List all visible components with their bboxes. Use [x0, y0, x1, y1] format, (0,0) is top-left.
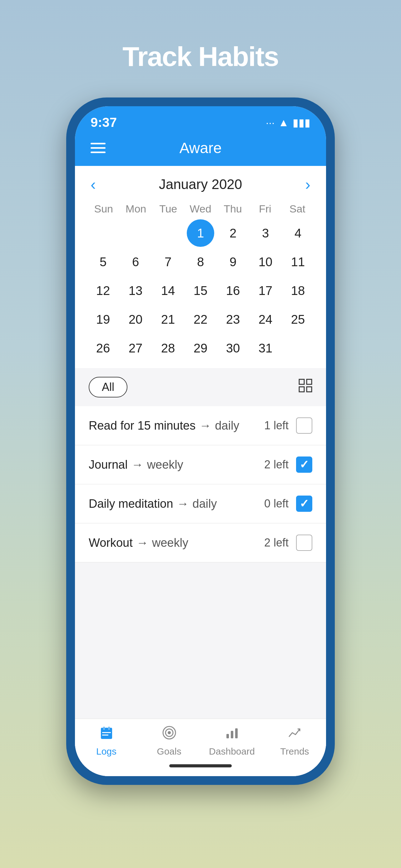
- hamburger-line-3: [91, 152, 106, 153]
- habit-item-meditation: Daily meditation → daily 0 left: [75, 484, 326, 523]
- habit-checkbox-read[interactable]: [296, 417, 312, 434]
- day-empty: [153, 219, 183, 247]
- day-29[interactable]: 29: [185, 334, 216, 362]
- habit-name-workout: Workout: [89, 536, 133, 550]
- habit-name-journal: Journal: [89, 458, 128, 471]
- day-10[interactable]: 10: [250, 248, 281, 276]
- day-11[interactable]: 11: [282, 248, 313, 276]
- tab-dashboard[interactable]: Dashboard: [201, 725, 263, 757]
- day-4[interactable]: 4: [282, 219, 313, 247]
- calendar-month-year: January 2020: [159, 177, 242, 192]
- habit-checkbox-journal[interactable]: [296, 457, 312, 473]
- dashboard-label: Dashboard: [209, 746, 255, 757]
- day-empty: [88, 219, 119, 247]
- dashboard-icon: [225, 725, 239, 744]
- calendar-header: ‹ January 2020 ›: [88, 175, 313, 193]
- day-30[interactable]: 30: [218, 334, 248, 362]
- habit-right-workout: 2 left: [264, 535, 312, 551]
- svg-rect-6: [108, 726, 110, 730]
- habit-freq-meditation: daily: [192, 497, 217, 510]
- day-12[interactable]: 12: [88, 277, 119, 304]
- day-27[interactable]: 27: [120, 334, 151, 362]
- day-14[interactable]: 14: [153, 277, 183, 304]
- day-header-sun: Sun: [88, 203, 120, 215]
- day-22[interactable]: 22: [185, 306, 216, 333]
- day-31[interactable]: 31: [250, 334, 281, 362]
- habit-name-row-read: Read for 15 minutes → daily: [89, 419, 239, 432]
- day-6[interactable]: 6: [120, 248, 151, 276]
- day-2[interactable]: 2: [218, 219, 248, 247]
- habit-name-row-workout: Workout → weekly: [89, 536, 188, 550]
- day-5[interactable]: 5: [88, 248, 119, 276]
- day-9[interactable]: 9: [218, 248, 248, 276]
- svg-rect-2: [299, 387, 304, 392]
- habit-arrow-journal: →: [132, 458, 143, 471]
- day-25[interactable]: 25: [282, 306, 313, 333]
- habit-checkbox-meditation[interactable]: [296, 496, 312, 512]
- habit-right-meditation: 0 left: [264, 496, 312, 512]
- day-24[interactable]: 24: [250, 306, 281, 333]
- hamburger-line-1: [91, 143, 106, 144]
- day-23[interactable]: 23: [218, 306, 248, 333]
- habit-name-meditation: Daily meditation: [89, 497, 173, 510]
- phone-frame: 9:37 ··· ▲ ▮▮▮ Aware ‹ January 2020 ›: [66, 97, 335, 785]
- day-headers: Sun Mon Tue Wed Thu Fri Sat: [88, 203, 313, 215]
- status-bar: 9:37 ··· ▲ ▮▮▮: [75, 106, 326, 135]
- tab-goals[interactable]: Goals: [138, 725, 201, 757]
- calendar-section: ‹ January 2020 › Sun Mon Tue Wed Thu Fri…: [75, 166, 326, 368]
- all-filter-button[interactable]: All: [89, 377, 127, 398]
- habit-checkbox-workout[interactable]: [296, 535, 312, 551]
- day-18[interactable]: 18: [282, 277, 313, 304]
- logs-icon: [99, 725, 114, 744]
- day-21[interactable]: 21: [153, 306, 183, 333]
- day-header-wed: Wed: [184, 203, 216, 215]
- day-3[interactable]: 3: [250, 219, 281, 247]
- day-19[interactable]: 19: [88, 306, 119, 333]
- habit-item-read: Read for 15 minutes → daily 1 left: [75, 406, 326, 445]
- habit-arrow-meditation: →: [177, 497, 189, 510]
- day-13[interactable]: 13: [120, 277, 151, 304]
- day-7[interactable]: 7: [153, 248, 183, 276]
- habit-name-row-meditation: Daily meditation → daily: [89, 497, 217, 510]
- day-header-tue: Tue: [152, 203, 184, 215]
- trends-label: Trends: [280, 746, 309, 757]
- trends-icon: [287, 725, 302, 744]
- svg-rect-1: [307, 379, 312, 384]
- day-empty: [282, 334, 313, 362]
- hamburger-button[interactable]: [91, 143, 106, 153]
- nav-bar: Aware: [75, 135, 326, 166]
- day-header-fri: Fri: [249, 203, 281, 215]
- tab-logs[interactable]: Logs: [75, 725, 138, 757]
- svg-rect-4: [101, 728, 112, 739]
- day-26[interactable]: 26: [88, 334, 119, 362]
- tab-trends[interactable]: Trends: [263, 725, 326, 757]
- habits-section: All Read for 15 minutes → da: [75, 368, 326, 776]
- status-time: 9:37: [91, 115, 117, 130]
- next-month-button[interactable]: ›: [302, 175, 313, 193]
- day-header-mon: Mon: [120, 203, 152, 215]
- day-28[interactable]: 28: [153, 334, 183, 362]
- habit-freq-journal: weekly: [147, 458, 183, 471]
- svg-rect-0: [299, 379, 304, 384]
- svg-rect-8: [102, 735, 108, 736]
- day-20[interactable]: 20: [120, 306, 151, 333]
- prev-month-button[interactable]: ‹: [88, 175, 99, 193]
- habits-toolbar: All: [75, 368, 326, 406]
- svg-point-11: [168, 731, 171, 734]
- status-icons: ··· ▲ ▮▮▮: [266, 116, 310, 129]
- day-15[interactable]: 15: [185, 277, 216, 304]
- habit-arrow-read: →: [199, 419, 211, 432]
- svg-rect-14: [235, 728, 238, 738]
- day-header-thu: Thu: [217, 203, 249, 215]
- day-empty: [120, 219, 151, 247]
- day-17[interactable]: 17: [250, 277, 281, 304]
- signal-icon: ···: [266, 117, 274, 129]
- day-8[interactable]: 8: [185, 248, 216, 276]
- habit-right-journal: 2 left: [264, 457, 312, 473]
- habit-count-meditation: 0 left: [264, 497, 289, 510]
- habit-freq-workout: weekly: [152, 536, 188, 550]
- day-1[interactable]: 1: [187, 219, 214, 247]
- phone-screen: 9:37 ··· ▲ ▮▮▮ Aware ‹ January 2020 ›: [75, 106, 326, 776]
- expand-icon[interactable]: [299, 379, 312, 396]
- day-16[interactable]: 16: [218, 277, 248, 304]
